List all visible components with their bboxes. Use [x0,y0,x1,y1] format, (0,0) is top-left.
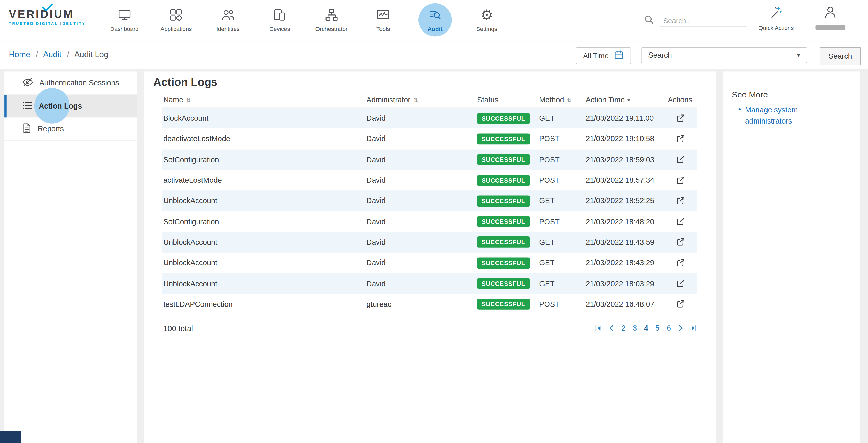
status-badge: SUCCESSFUL [477,278,530,289]
veridium-logo[interactable]: VERIDIUM TRUSTED DIGITAL IDENTITY [9,8,86,26]
status-badge: SUCCESSFUL [477,216,530,227]
eye-off-icon [22,77,33,88]
cell-status: SUCCESSFUL [477,113,539,124]
applications-icon [169,7,183,22]
breadcrumb-separator: / [36,50,38,59]
time-range-button[interactable]: All Time [576,47,631,64]
user-menu[interactable] [813,5,848,30]
open-log-icon[interactable] [675,134,686,145]
cell-administrator: David [367,114,477,122]
cell-administrator: David [367,217,477,226]
cell-name: deactivateLostMode [162,135,367,143]
column-header-name[interactable]: Name⇅ [162,96,367,104]
open-log-icon[interactable] [675,154,686,165]
search-type-dropdown[interactable]: Search ▾ [641,47,807,63]
cell-status: SUCCESSFUL [477,154,539,165]
cell-name: UnblockAccount [162,279,367,288]
tools-icon [376,7,391,22]
cell-action-time: 21/03/2022 18:59:03 [586,156,663,164]
nav-item-settings[interactable]: ⚙ Settings [461,5,513,32]
open-log-icon[interactable] [675,113,686,124]
nav-label: Devices [270,26,290,32]
nav-item-dashboard[interactable]: Dashboard [98,5,150,32]
breadcrumb-audit[interactable]: Audit [43,50,61,59]
open-log-icon[interactable] [675,237,686,248]
brand-tagline: TRUSTED DIGITAL IDENTITY [9,22,86,26]
cell-name: UnblockAccount [162,259,367,267]
cell-administrator: gtureac [367,300,477,308]
page-link-3[interactable]: 3 [633,324,637,333]
nav-item-identities[interactable]: Identities [202,5,254,32]
sidebar-item-authentication-sessions[interactable]: Authentication Sessions [4,71,137,95]
sidebar-item-action-logs[interactable]: Action Logs [4,95,137,117]
status-badge: SUCCESSFUL [477,237,530,248]
bottom-left-widget[interactable] [0,431,21,443]
cell-method: GET [539,197,586,205]
quick-actions-button[interactable]: Quick Actions [752,5,801,31]
cell-method: POST [539,156,586,164]
first-page-icon[interactable] [595,325,602,332]
page-link-2[interactable]: 2 [621,324,625,333]
cell-method: POST [539,176,586,184]
next-page-icon[interactable] [678,325,683,332]
cell-administrator: David [367,197,477,205]
cell-action-time: 21/03/2022 19:10:58 [586,135,663,143]
calendar-icon [614,50,624,61]
cell-administrator: David [367,176,477,184]
sort-desc-icon: ▾ [627,97,630,102]
breadcrumb: Home / Audit / Audit Log [9,50,108,59]
table-row: BlockAccount David SUCCESSFUL GET 21/03/… [162,108,698,129]
column-header-method[interactable]: Method⇅ [539,96,586,104]
column-header-administrator[interactable]: Administrator⇅ [367,96,477,104]
global-search-input[interactable] [660,15,747,27]
open-log-icon[interactable] [675,299,686,310]
last-page-icon[interactable] [690,325,698,332]
table-row: UnblockAccount David SUCCESSFUL GET 21/0… [162,191,698,211]
cell-method: POST [539,135,586,143]
cell-status: SUCCESSFUL [477,216,539,227]
cell-name: SetConfiguration [162,156,367,164]
search-type-label: Search [648,51,672,59]
cell-action-time: 21/03/2022 16:48:07 [586,300,663,308]
nav-item-audit[interactable]: Audit [409,5,461,32]
nav-item-tools[interactable]: Tools [357,5,409,32]
breadcrumb-home[interactable]: Home [9,50,30,59]
cell-administrator: David [367,156,477,164]
status-badge: SUCCESSFUL [477,154,530,165]
search-button[interactable]: Search [820,47,861,65]
manage-system-administrators-link[interactable]: Manage system administrators [745,105,800,126]
cell-action-time: 21/03/2022 18:52:25 [586,197,663,205]
sidebar-item-reports[interactable]: Reports [4,117,137,141]
report-document-icon [22,123,32,135]
nav-item-devices[interactable]: Devices [254,5,305,32]
open-log-icon[interactable] [675,196,686,207]
page-link-6[interactable]: 6 [667,324,671,333]
prev-page-icon[interactable] [609,325,614,332]
open-log-icon[interactable] [675,216,686,227]
nav-item-applications[interactable]: Applications [150,5,202,32]
brand-name: VERIDIUM [9,8,74,20]
cell-administrator: David [367,135,477,143]
page-link-4-active[interactable]: 4 [644,324,648,333]
open-log-icon[interactable] [675,175,686,186]
table-body: BlockAccount David SUCCESSFUL GET 21/03/… [162,108,698,315]
cell-action-time: 21/03/2022 18:43:29 [586,259,663,267]
column-header-action-time[interactable]: Action Time▾ [586,96,663,104]
cell-status: SUCCESSFUL [477,278,539,289]
status-badge: SUCCESSFUL [477,196,530,207]
column-header-status: Status [477,96,539,104]
table-row: SetConfiguration David SUCCESSFUL POST 2… [162,149,698,170]
cell-method: GET [539,279,586,288]
cell-name: testLDAPConnection [162,300,367,308]
page-link-5[interactable]: 5 [655,324,659,333]
see-more-list: •Manage system administrators [739,105,801,126]
orchestrator-icon [324,7,339,22]
user-avatar-icon [823,11,838,21]
sort-icon: ⇅ [567,97,572,104]
status-badge: SUCCESSFUL [477,258,530,269]
open-log-icon[interactable] [675,278,686,289]
open-log-icon[interactable] [675,258,686,269]
nav-label: Applications [160,26,192,32]
nav-item-orchestrator[interactable]: Orchestrator [306,5,357,32]
veridium-admin-app: VERIDIUM TRUSTED DIGITAL IDENTITY Dashbo… [0,0,868,443]
